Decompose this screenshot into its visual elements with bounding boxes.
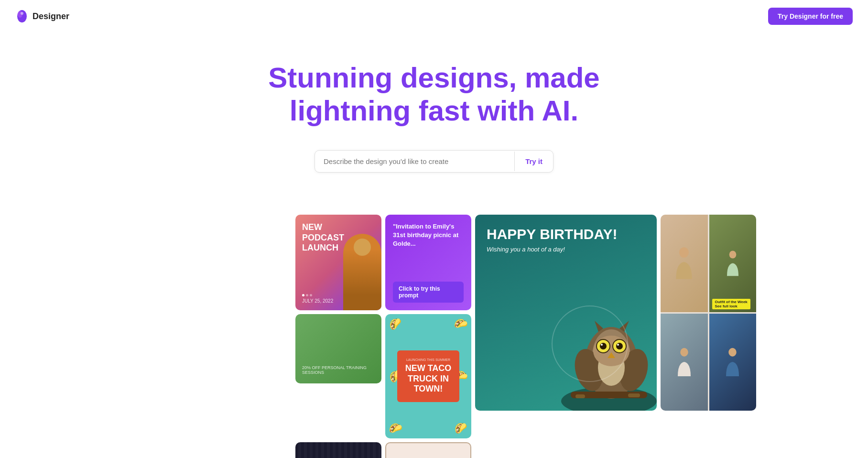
taco-emoji-bl: 🌮 bbox=[388, 421, 403, 436]
header: Designer Try Designer for free bbox=[0, 0, 868, 33]
podcast-text-area: NEW PODCAST LAUNCH bbox=[302, 222, 343, 253]
collage-person-2 bbox=[709, 215, 757, 312]
svg-point-24 bbox=[680, 348, 688, 357]
birthday-circle bbox=[552, 305, 628, 382]
designer-logo-icon bbox=[15, 10, 29, 23]
card-hiring[interactable]: OPRA NOW HIRING: EXPERIENCED WEB DEVELOP… bbox=[295, 442, 381, 458]
podcast-dots bbox=[302, 294, 333, 296]
card-taco[interactable]: 🌮 🌮 🌮 🌮 🌮 🌮 LAUNCHING THIS SUMMER NEW TA… bbox=[385, 314, 471, 438]
podcast-date: JULY 25, 2022 bbox=[302, 298, 333, 304]
podcast-bottom: JULY 25, 2022 bbox=[302, 294, 333, 304]
birthday-subtitle: Wishing you a hoot of a day! bbox=[487, 246, 645, 253]
svg-rect-21 bbox=[628, 393, 640, 397]
hero-section: Stunning designs, made lightning fast wi… bbox=[0, 33, 868, 215]
collage-person-4 bbox=[709, 314, 757, 411]
search-row: Try it bbox=[15, 150, 853, 173]
hero-title: Stunning designs, made lightning fast wi… bbox=[252, 61, 616, 127]
card-birthday[interactable]: HAPPY BIRTHDAY! Wishing you a hoot of a … bbox=[475, 215, 657, 411]
card-collage[interactable]: Outfit of the WeekSee full look bbox=[661, 215, 756, 411]
svg-point-2 bbox=[21, 12, 23, 15]
design-search-input[interactable] bbox=[315, 151, 514, 172]
card-fitness[interactable]: 20% OFF PERSONAL TRAINING SESSIONS bbox=[295, 314, 381, 383]
podcast-title: NEW PODCAST LAUNCH bbox=[302, 222, 343, 253]
svg-point-25 bbox=[729, 348, 737, 357]
try-designer-button[interactable]: Try Designer for free bbox=[768, 8, 853, 25]
svg-point-23 bbox=[729, 251, 736, 259]
collage-person-1 bbox=[661, 215, 708, 312]
collage-label: Outfit of the WeekSee full look bbox=[712, 299, 750, 309]
card-podcast[interactable]: NEW PODCAST LAUNCH JULY 25, 2022 bbox=[295, 215, 381, 310]
fitness-label: 20% OFF PERSONAL TRAINING SESSIONS bbox=[302, 365, 375, 375]
search-wrap: Try it bbox=[315, 150, 553, 173]
collage-img-1 bbox=[661, 215, 708, 312]
podcast-person bbox=[343, 234, 381, 310]
taco-emoji-tr: 🌮 bbox=[453, 316, 469, 332]
gallery-grid: NEW PODCAST LAUNCH JULY 25, 2022 "Invita… bbox=[147, 215, 721, 458]
invitation-text: "Invitation to Emily's 31st birthday pic… bbox=[393, 222, 464, 249]
taco-launching: LAUNCHING THIS SUMMER bbox=[403, 358, 454, 361]
collage-img-3 bbox=[661, 314, 708, 411]
dot-active bbox=[302, 294, 304, 296]
card-baby[interactable] bbox=[385, 442, 471, 458]
collage-img-2: Outfit of the WeekSee full look bbox=[709, 215, 757, 312]
card-invitation[interactable]: "Invitation to Emily's 31st birthday pic… bbox=[385, 215, 471, 310]
taco-title: NEW TACO TRUCK IN TOWN! bbox=[403, 363, 454, 394]
collage-person-3 bbox=[661, 314, 708, 411]
dot-1 bbox=[306, 294, 308, 296]
svg-rect-20 bbox=[575, 394, 585, 398]
birthday-title: HAPPY BIRTHDAY! bbox=[487, 226, 645, 242]
collage-img-4 bbox=[709, 314, 757, 411]
podcast-person-head bbox=[354, 239, 371, 256]
invitation-cta[interactable]: Click to try this prompt bbox=[393, 282, 464, 303]
logo-text: Designer bbox=[33, 11, 69, 22]
logo-area: Designer bbox=[15, 10, 69, 23]
taco-emoji-br: 🌮 bbox=[454, 421, 468, 436]
dot-2 bbox=[310, 294, 312, 296]
taco-card-inner: LAUNCHING THIS SUMMER NEW TACO TRUCK IN … bbox=[397, 350, 459, 402]
baby-illustration bbox=[395, 456, 462, 458]
taco-emoji-tl: 🌮 bbox=[387, 316, 403, 332]
hiring-background-pattern bbox=[295, 442, 381, 458]
svg-point-22 bbox=[679, 247, 689, 258]
try-it-button[interactable]: Try it bbox=[514, 152, 553, 171]
